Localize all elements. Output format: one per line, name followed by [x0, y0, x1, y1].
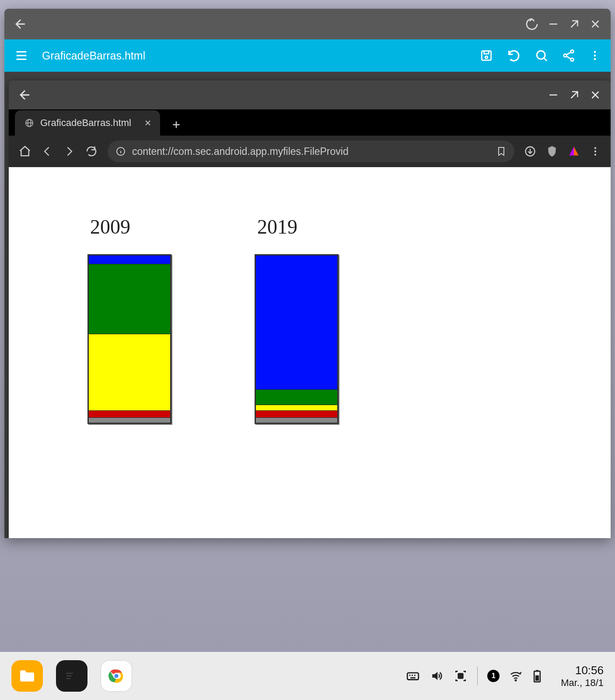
minimize-icon[interactable] [547, 18, 560, 31]
more-icon[interactable] [589, 49, 601, 62]
svg-line-14 [566, 56, 571, 59]
bar-group-2009: 2009 [87, 215, 171, 538]
browser-toolbar: content://com.sec.android.app.myfiles.Fi… [9, 136, 611, 167]
taskbar-app-terminal[interactable] [56, 660, 87, 692]
clock-date: Mar., 18/1 [561, 677, 604, 689]
bar-label: 2009 [90, 215, 130, 238]
wifi-icon[interactable] [509, 669, 522, 682]
brave-shield-icon[interactable] [546, 145, 558, 158]
maximize-icon[interactable] [568, 88, 581, 102]
address-bar[interactable]: content://com.sec.android.app.myfiles.Fi… [108, 140, 514, 162]
tray-divider [477, 667, 478, 685]
share-icon[interactable] [562, 49, 576, 63]
page-content: 2009 2019 [9, 167, 611, 538]
taskbar: 1 10:56 Mar., 18/1 [0, 652, 615, 700]
nav-forward-icon[interactable] [63, 145, 75, 158]
browser-window-titlebar [9, 80, 611, 109]
bar-label: 2019 [257, 215, 297, 238]
close-icon[interactable] [589, 88, 602, 102]
taskbar-app-files[interactable] [11, 660, 43, 692]
svg-point-17 [594, 58, 596, 60]
stacked-bar-2019 [255, 254, 339, 424]
battery-icon[interactable] [532, 669, 542, 682]
bar-segment-yellow [89, 334, 170, 410]
svg-rect-49 [536, 670, 538, 671]
svg-point-47 [515, 680, 517, 681]
svg-point-12 [571, 58, 574, 61]
browser-more-icon[interactable] [590, 146, 601, 157]
svg-line-13 [566, 52, 571, 55]
taskbar-clock[interactable]: 10:56 Mar., 18/1 [561, 664, 604, 689]
notification-badge[interactable]: 1 [487, 670, 500, 682]
url-text: content://com.sec.android.app.myfiles.Fi… [132, 146, 490, 158]
svg-rect-46 [458, 674, 463, 679]
svg-rect-41 [407, 673, 419, 680]
new-tab-button[interactable] [165, 114, 187, 136]
svg-point-36 [594, 150, 596, 152]
svg-rect-43 [412, 675, 413, 676]
info-icon [115, 146, 126, 157]
bar-segment-yellow [256, 405, 337, 410]
outer-window: GraficadeBarras.html [4, 9, 611, 538]
svg-rect-50 [535, 676, 539, 681]
svg-line-9 [544, 58, 547, 61]
bar-segment-blue [256, 256, 337, 389]
maximize-icon[interactable] [568, 18, 581, 31]
keyboard-icon[interactable] [405, 668, 420, 683]
svg-rect-42 [409, 675, 411, 676]
bar-segment-red [89, 410, 170, 417]
svg-marker-34 [574, 147, 579, 156]
svg-point-7 [485, 56, 487, 58]
bar-segment-green [256, 389, 337, 405]
svg-point-8 [537, 51, 545, 59]
back-icon[interactable] [17, 88, 32, 102]
clock-time: 10:56 [561, 664, 604, 677]
bookmark-icon[interactable] [496, 146, 507, 157]
system-tray: 1 10:56 Mar., 18/1 [405, 664, 604, 689]
back-icon[interactable] [13, 17, 28, 32]
volume-icon[interactable] [430, 669, 444, 683]
save-icon[interactable] [479, 49, 493, 63]
bar-segment-gray [89, 417, 170, 423]
svg-point-35 [594, 147, 596, 149]
svg-point-16 [594, 55, 596, 57]
home-icon[interactable] [18, 145, 31, 158]
bar-segment-gray [256, 417, 337, 423]
app-bar: GraficadeBarras.html [4, 39, 611, 72]
reload-icon[interactable] [85, 145, 98, 158]
svg-point-10 [571, 50, 574, 53]
svg-marker-33 [570, 147, 574, 156]
brave-rewards-icon[interactable] [568, 145, 580, 158]
svg-rect-44 [414, 675, 416, 676]
svg-point-15 [594, 51, 596, 53]
svg-point-11 [564, 54, 567, 57]
close-icon[interactable] [589, 18, 602, 31]
bar-segment-blue [89, 256, 170, 264]
nav-back-icon[interactable] [41, 145, 53, 158]
hamburger-icon[interactable] [14, 48, 29, 63]
svg-rect-45 [410, 677, 415, 679]
taskbar-app-chrome[interactable] [101, 660, 132, 692]
bar-segment-red [256, 410, 337, 417]
bar-group-2019: 2019 [255, 215, 339, 538]
app-title: GraficadeBarras.html [42, 49, 145, 62]
undo-icon[interactable] [507, 48, 521, 63]
globe-icon [24, 118, 34, 128]
svg-point-37 [594, 154, 596, 155]
browser-tab[interactable]: GraficadeBarras.html [15, 110, 160, 136]
search-icon[interactable] [535, 49, 549, 63]
browser-window: GraficadeBarras.html [9, 80, 611, 538]
minimize-icon[interactable] [547, 88, 560, 102]
bar-segment-green [89, 264, 170, 334]
download-icon[interactable] [524, 145, 536, 158]
screenshot-icon[interactable] [454, 669, 468, 683]
rotate-icon[interactable] [525, 17, 539, 31]
outer-window-titlebar [4, 9, 611, 39]
tab-close-icon[interactable] [143, 119, 152, 127]
tab-strip: GraficadeBarras.html [9, 109, 611, 136]
stacked-bar-2009 [87, 254, 171, 424]
svg-point-40 [114, 674, 119, 679]
tab-label: GraficadeBarras.html [40, 117, 131, 129]
